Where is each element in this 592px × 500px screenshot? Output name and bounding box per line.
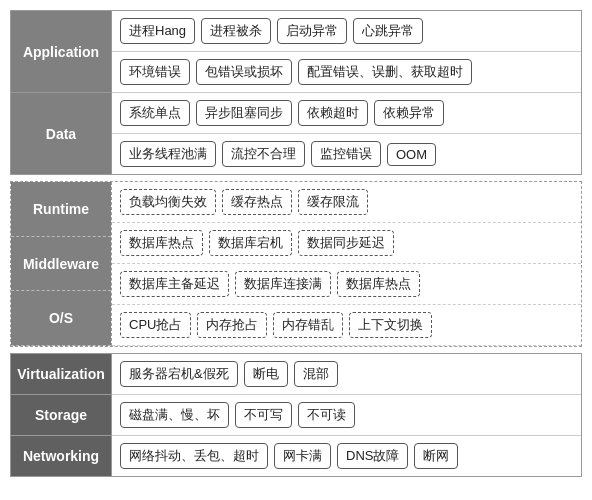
tag: 不可读: [298, 402, 355, 428]
tag: 业务线程池满: [120, 141, 216, 167]
content-row-3: 系统单点 异步阻塞同步 依赖超时 依赖异常: [112, 93, 581, 134]
tag: 环境错误: [120, 59, 190, 85]
tag: 系统单点: [120, 100, 190, 126]
tag: 缓存限流: [298, 189, 368, 215]
label-virtualization: Virtualization: [11, 354, 111, 395]
tag: 包错误或损坏: [196, 59, 292, 85]
diagram: Application Data 进程Hang 进程被杀 启动异常 心跳异常 环…: [0, 0, 592, 493]
tag: 内存错乱: [273, 312, 343, 338]
content-row-8: CPU抢占 内存抢占 内存错乱 上下文切换: [112, 305, 581, 346]
content-row-4: 业务线程池满 流控不合理 监控错误 OOM: [112, 134, 581, 174]
section-runtime-os: Runtime Middleware O/S 负载均衡失效 缓存热点 缓存限流 …: [10, 181, 582, 347]
label-data: Data: [11, 93, 111, 174]
tag: 配置错误、误删、获取超时: [298, 59, 472, 85]
content-col-app-data: 进程Hang 进程被杀 启动异常 心跳异常 环境错误 包错误或损坏 配置错误、误…: [111, 11, 581, 174]
tag: 数据库连接满: [235, 271, 331, 297]
tag: 流控不合理: [222, 141, 305, 167]
content-row-10: 磁盘满、慢、坏 不可写 不可读: [112, 395, 581, 436]
tag: 数据库主备延迟: [120, 271, 229, 297]
tag: OOM: [387, 143, 436, 166]
content-row-1: 进程Hang 进程被杀 启动异常 心跳异常: [112, 11, 581, 52]
label-col-virt-net: Virtualization Storage Networking: [11, 354, 111, 476]
tag: 启动异常: [277, 18, 347, 44]
tag: 断网: [414, 443, 458, 469]
tag: 网卡满: [274, 443, 331, 469]
tag: 数据库宕机: [209, 230, 292, 256]
tag: 网络抖动、丢包、超时: [120, 443, 268, 469]
content-row-11: 网络抖动、丢包、超时 网卡满 DNS故障 断网: [112, 436, 581, 476]
label-networking: Networking: [11, 436, 111, 476]
tag: 混部: [294, 361, 338, 387]
label-storage: Storage: [11, 395, 111, 436]
tag: 内存抢占: [197, 312, 267, 338]
tag: 不可写: [235, 402, 292, 428]
tag: 断电: [244, 361, 288, 387]
content-row-6: 数据库热点 数据库宕机 数据同步延迟: [112, 223, 581, 264]
tag: 进程Hang: [120, 18, 195, 44]
label-application: Application: [11, 11, 111, 93]
content-col-runtime-os: 负载均衡失效 缓存热点 缓存限流 数据库热点 数据库宕机 数据同步延迟 数据库主…: [111, 182, 581, 346]
tag: 服务器宕机&假死: [120, 361, 238, 387]
tag: 数据同步延迟: [298, 230, 394, 256]
tag: 进程被杀: [201, 18, 271, 44]
section-virt-net: Virtualization Storage Networking 服务器宕机&…: [10, 353, 582, 477]
content-row-7: 数据库主备延迟 数据库连接满 数据库热点: [112, 264, 581, 305]
content-row-2: 环境错误 包错误或损坏 配置错误、误删、获取超时: [112, 52, 581, 93]
label-runtime: Runtime: [11, 182, 111, 237]
label-col-app-data: Application Data: [11, 11, 111, 174]
content-row-9: 服务器宕机&假死 断电 混部: [112, 354, 581, 395]
tag: DNS故障: [337, 443, 408, 469]
tag: 数据库热点: [337, 271, 420, 297]
tag: 负载均衡失效: [120, 189, 216, 215]
label-middleware: Middleware: [11, 237, 111, 292]
label-col-runtime-os: Runtime Middleware O/S: [11, 182, 111, 346]
tag: 依赖异常: [374, 100, 444, 126]
content-row-5: 负载均衡失效 缓存热点 缓存限流: [112, 182, 581, 223]
tag: CPU抢占: [120, 312, 191, 338]
section-app-data: Application Data 进程Hang 进程被杀 启动异常 心跳异常 环…: [10, 10, 582, 175]
tag: 数据库热点: [120, 230, 203, 256]
content-col-virt-net: 服务器宕机&假死 断电 混部 磁盘满、慢、坏 不可写 不可读 网络抖动、丢包、超…: [111, 354, 581, 476]
tag: 磁盘满、慢、坏: [120, 402, 229, 428]
tag: 心跳异常: [353, 18, 423, 44]
label-os: O/S: [11, 291, 111, 346]
tag: 依赖超时: [298, 100, 368, 126]
tag: 缓存热点: [222, 189, 292, 215]
tag: 上下文切换: [349, 312, 432, 338]
tag: 异步阻塞同步: [196, 100, 292, 126]
tag: 监控错误: [311, 141, 381, 167]
